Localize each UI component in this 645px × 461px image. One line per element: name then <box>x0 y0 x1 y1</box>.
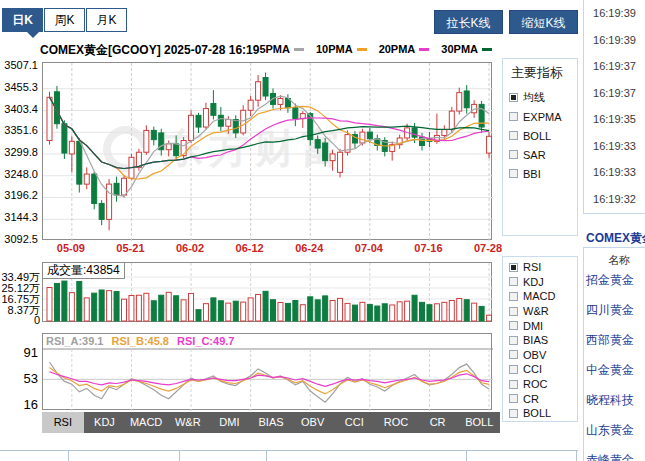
y-axis-label: 3144.3 <box>0 211 38 223</box>
y-axis-label: 3351.6 <box>0 124 38 136</box>
timestamp-7: 16:19:32 <box>584 186 645 213</box>
indicator-dmi[interactable]: DMI <box>509 318 577 333</box>
option-label: RSI <box>523 261 541 273</box>
option-label: CCI <box>523 363 542 375</box>
indicator-wr[interactable]: W&R <box>509 304 577 319</box>
indicator-roc[interactable]: ROC <box>509 377 577 392</box>
option-label: OBV <box>523 349 546 361</box>
overlay-expma[interactable]: EXPMA <box>509 107 577 126</box>
bottom-tab-kdj[interactable]: KDJ <box>84 412 126 433</box>
checkbox-icon <box>509 350 518 359</box>
y-axis-label: 3092.5 <box>0 233 38 245</box>
checkbox-icon <box>509 131 518 140</box>
legend-item-20PMA: 20PMA <box>379 43 430 55</box>
overlay-sar[interactable]: SAR <box>509 145 577 164</box>
checkbox-icon <box>509 365 518 374</box>
bottom-tab-cr[interactable]: CR <box>417 412 459 433</box>
indicator-rsi[interactable]: RSI <box>509 260 577 275</box>
option-label: ROC <box>523 378 547 390</box>
watchlist-title: COMEX黄金 <box>586 230 645 247</box>
bottom-tab-macd[interactable]: MACD <box>125 412 167 433</box>
stock-chart-app: 日K周K月K 拉长K线 缩短K线 COMEX黄金[GCOOY] 2025-07-… <box>0 0 645 461</box>
indicator-bias[interactable]: BIAS <box>509 333 577 348</box>
watchlist-stock-1[interactable]: 四川黄金 <box>586 302 644 319</box>
indicator-tab-bar: RSIKDJMACDW&RDMIBIASOBVCCIROCCRBOLL <box>42 412 500 433</box>
indicator-kdj[interactable]: KDJ <box>509 275 577 290</box>
bottom-tab-obv[interactable]: OBV <box>292 412 334 433</box>
bottom-tab-roc[interactable]: ROC <box>375 412 417 433</box>
bottom-tab-rsi[interactable]: RSI <box>42 412 84 433</box>
option-label: DMI <box>523 320 543 332</box>
period-tab-2[interactable]: 月K <box>86 8 127 32</box>
timestamp-3: 16:19:37 <box>584 80 645 107</box>
bottom-tab-dmi[interactable]: DMI <box>209 412 251 433</box>
timestamp-6: 16:19:33 <box>584 159 645 186</box>
period-tab-1[interactable]: 周K <box>44 8 85 32</box>
rsi-axis-label: 16 <box>0 397 38 412</box>
overlay-bbi[interactable]: BBI <box>509 164 577 183</box>
rsi-value-labels: RSI_A:39.1RSI_B:45.8RSI_C:49.7 <box>46 335 234 347</box>
watchlist-stock-3[interactable]: 中金黄金 <box>586 362 644 379</box>
legend-swatch <box>419 48 429 51</box>
overlay-panel-title: 主要指标 <box>511 64 577 82</box>
legend-swatch <box>294 48 304 51</box>
legend-swatch <box>482 48 492 51</box>
watchlist-stock-0[interactable]: 招金黄金 <box>586 272 644 289</box>
candlestick-pane[interactable]: 东方财富 <box>42 62 492 240</box>
period-tab-0[interactable]: 日K <box>2 8 43 32</box>
option-label: KDJ <box>523 276 544 288</box>
bottom-tab-bias[interactable]: BIAS <box>250 412 292 433</box>
timestamp-2: 16:19:37 <box>584 53 645 80</box>
x-axis-label: 07-04 <box>349 242 389 254</box>
watchlist-stock-5[interactable]: 山东黄金 <box>586 422 644 439</box>
overlay-option-0[interactable]: 均线 <box>509 88 577 107</box>
indicator-cci[interactable]: CCI <box>509 362 577 377</box>
watchlist-stock-2[interactable]: 西部黄金 <box>586 332 644 349</box>
bottom-tab-wr[interactable]: W&R <box>167 412 209 433</box>
checkbox-icon <box>509 150 518 159</box>
bottom-table-strip <box>0 450 578 461</box>
y-axis-label: 3248.0 <box>0 168 38 180</box>
bottom-tab-cci[interactable]: CCI <box>333 412 375 433</box>
x-axis-label: 05-21 <box>110 242 150 254</box>
strip-cell-4 <box>467 451 577 461</box>
timestamp-5: 16:19:33 <box>584 133 645 160</box>
rsi-axis-label: 53 <box>0 371 38 386</box>
option-label: EXPMA <box>523 111 562 123</box>
shrink-kline-button[interactable]: 缩短K线 <box>509 10 578 34</box>
option-label: BIAS <box>523 334 548 346</box>
legend-label: 5PMA <box>259 43 290 55</box>
x-axis-label: 07-16 <box>408 242 448 254</box>
y-axis-label: 3196.2 <box>0 189 38 201</box>
strip-cell-3 <box>267 451 467 461</box>
indicator-cr[interactable]: CR <box>509 391 577 406</box>
bottom-tab-boll[interactable]: BOLL <box>458 412 500 433</box>
watchlist-stock-6[interactable]: 赤峰黄金 <box>586 452 644 461</box>
checkbox-icon <box>509 277 518 286</box>
checkbox-icon <box>509 292 518 301</box>
timestamp-0: 16:19:39 <box>584 0 645 27</box>
x-axis-label: 06-12 <box>230 242 270 254</box>
checkbox-icon <box>509 394 518 403</box>
indicator-obv[interactable]: OBV <box>509 348 577 363</box>
stretch-kline-button[interactable]: 拉长K线 <box>434 10 503 34</box>
option-label: CR <box>523 393 539 405</box>
legend-item-5PMA: 5PMA <box>259 43 304 55</box>
option-label: BOLL <box>523 130 551 142</box>
option-label: BOLL <box>523 407 551 419</box>
sub-indicator-panel: RSIKDJMACDW&RDMIBIASOBVCCIROCCRBOLL <box>502 256 578 422</box>
timestamp-list: 16:19:3916:19:3916:19:3716:19:3716:19:35… <box>583 0 645 214</box>
y-axis-label: 3455.3 <box>0 81 38 93</box>
strip-cell-0 <box>0 451 69 461</box>
timestamp-1: 16:19:39 <box>584 27 645 54</box>
rsi-series-label-2: RSI_C:49.7 <box>177 335 234 347</box>
rsi-axis-label: 91 <box>0 345 38 360</box>
checkbox-icon <box>509 409 518 418</box>
indicator-macd[interactable]: MACD <box>509 289 577 304</box>
strip-cell-1 <box>69 451 180 461</box>
overlay-boll[interactable]: BOLL <box>509 126 577 145</box>
watchlist-stock-4[interactable]: 晓程科技 <box>586 392 644 409</box>
indicator-boll[interactable]: BOLL <box>509 406 577 421</box>
checkbox-icon <box>509 263 518 272</box>
checkbox-icon <box>509 307 518 316</box>
